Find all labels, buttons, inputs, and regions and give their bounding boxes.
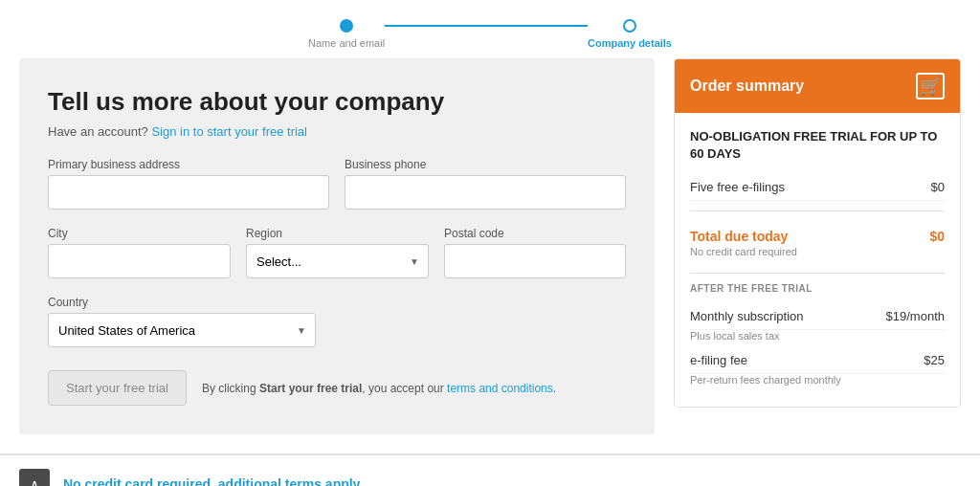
terms-link[interactable]: terms and conditions (447, 382, 553, 395)
sign-in-link[interactable]: Sign in to start your free trial (151, 124, 307, 139)
monthly-sub-note: Plus local sales tax (690, 330, 945, 347)
step-2: Company details (588, 19, 672, 49)
efiling-fee-line: e-filing fee $25 (690, 347, 945, 374)
city-region-postal-row: City Region Select... Postal code (48, 227, 626, 278)
total-value: $0 (929, 229, 945, 244)
efiling-fee-value: $25 (924, 353, 945, 367)
divider-2 (690, 273, 945, 274)
step-1-label: Name and email (308, 37, 385, 49)
filings-label: Five free e-filings (690, 180, 785, 194)
country-row: Country United States of America (48, 296, 626, 347)
chevron-up-icon: ∧ (30, 476, 39, 486)
country-select-wrapper: United States of America (48, 313, 316, 347)
business-phone-group: Business phone (345, 158, 626, 210)
monthly-sub-line: Monthly subscription $19/month (690, 303, 945, 330)
country-label: Country (48, 296, 626, 309)
step-2-circle (623, 19, 636, 33)
progress-track: Name and email Company details (308, 19, 672, 49)
business-phone-input[interactable] (345, 175, 626, 210)
country-select[interactable]: United States of America (48, 313, 316, 347)
efiling-fee-note: Per-return fees charged monthly (690, 374, 945, 391)
form-title: Tell us more about your company (48, 87, 626, 117)
city-label: City (48, 227, 231, 240)
monthly-sub-label: Monthly subscription (690, 309, 804, 323)
postal-input[interactable] (444, 244, 626, 278)
postal-label: Postal code (444, 227, 626, 240)
step-1-circle (340, 19, 353, 33)
form-section: Tell us more about your company Have an … (19, 58, 655, 434)
country-group: Country United States of America (48, 296, 626, 347)
progress-section: Name and email Company details (0, 0, 980, 58)
primary-address-group: Primary business address (48, 158, 329, 210)
progress-line (385, 25, 588, 27)
address-phone-row: Primary business address Business phone (48, 158, 626, 210)
city-input[interactable] (48, 244, 231, 278)
total-label: Total due today (690, 229, 788, 244)
form-footer: Start your free trial By clicking Start … (48, 370, 626, 406)
cart-icon: 🛒 (916, 73, 945, 99)
step-1: Name and email (308, 19, 385, 49)
postal-group: Postal code (444, 227, 626, 278)
collapse-button[interactable]: ∧ (19, 469, 50, 486)
region-select[interactable]: Select... (246, 244, 429, 278)
divider-1 (690, 210, 945, 211)
city-group: City (48, 227, 231, 278)
main-layout: Tell us more about your company Have an … (0, 58, 980, 453)
footer-bold-text: Start your free trial (259, 382, 362, 395)
have-account-text: Have an account? Sign in to start your f… (48, 124, 626, 139)
bottom-bar-text: No credit card required, additional term… (63, 476, 360, 486)
region-group: Region Select... (246, 227, 429, 278)
efiling-fee-label: e-filing fee (690, 353, 747, 367)
monthly-sub-value: $19/month (886, 309, 945, 323)
bottom-bar: ∧ No credit card required, additional te… (0, 453, 980, 486)
step-2-label: Company details (588, 37, 672, 49)
order-body: NO-OBLIGATION FREE TRIAL FOR UP TO 60 DA… (675, 113, 960, 407)
start-trial-button[interactable]: Start your free trial (48, 370, 187, 406)
order-summary-title: Order summary (690, 77, 804, 95)
business-phone-label: Business phone (345, 158, 626, 171)
primary-address-input[interactable] (48, 175, 329, 210)
filings-value: $0 (931, 180, 945, 194)
after-trial-label: AFTER THE FREE TRIAL (690, 283, 945, 294)
footer-text: By clicking Start your free trial, you a… (202, 382, 556, 395)
region-select-wrapper: Select... (246, 244, 429, 278)
order-line-filings: Five free e-filings $0 (690, 174, 945, 201)
order-summary: Order summary 🛒 NO-OBLIGATION FREE TRIAL… (674, 58, 961, 408)
promo-title: NO-OBLIGATION FREE TRIAL FOR UP TO 60 DA… (690, 128, 945, 163)
order-header: Order summary 🛒 (675, 59, 960, 113)
primary-address-label: Primary business address (48, 158, 329, 171)
no-cc-text: No credit card required (690, 246, 945, 257)
total-line: Total due today $0 (690, 221, 945, 246)
region-label: Region (246, 227, 429, 240)
